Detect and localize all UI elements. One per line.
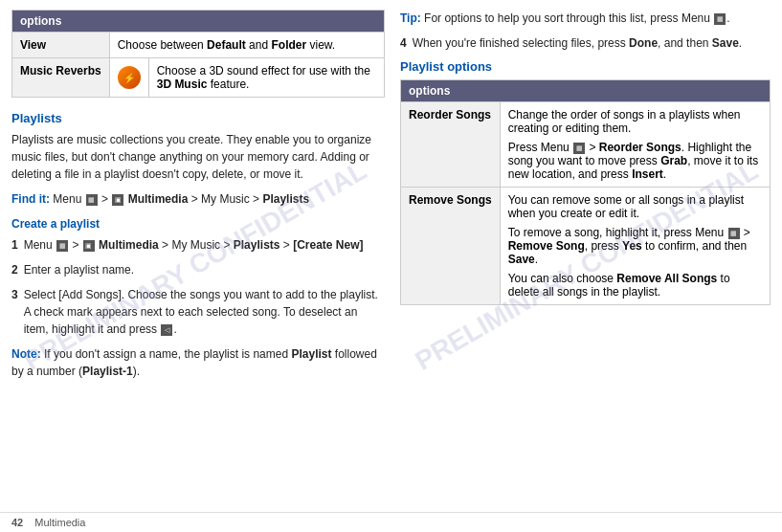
yes-bold: Yes <box>622 239 642 253</box>
done-bold: Done <box>629 36 658 50</box>
step-number: 1 <box>11 236 18 254</box>
playlist-options-table: options Reorder Songs Change the order o… <box>400 79 771 305</box>
playlist1-note-bold: Playlist-1 <box>82 365 133 378</box>
multimedia-icon-s1: ▣ <box>83 240 95 252</box>
playlists-body: Playlists are music collections you crea… <box>11 131 385 183</box>
menu-icon-s1: ▦ <box>56 240 68 252</box>
playlists-bold: Playlists <box>262 192 309 206</box>
tip-label: Tip: <box>400 11 421 25</box>
page-number: 42 <box>11 517 23 528</box>
reverbs-desc: Choose a 3D sound effect for use with th… <box>148 58 384 98</box>
step3-text: Select [Add Songs]. Choose the songs you… <box>24 286 385 338</box>
menu-icon: ▦ <box>86 194 98 206</box>
create-playlist-steps: 1 Menu ▦ > ▣ Multimedia > My Music > Pla… <box>11 236 385 338</box>
page-section: Multimedia <box>34 517 85 528</box>
playlist-options-title: Playlist options <box>400 59 771 74</box>
find-it-text: Find it: Menu ▦ > ▣ Multimedia > My Musi… <box>11 190 385 208</box>
remove-songs-desc: You can remove some or all songs in a pl… <box>500 188 770 305</box>
reorder-para1: Change the order of songs in a playlists… <box>508 108 762 135</box>
create-new-s1: [Create New] <box>293 238 363 252</box>
step-number: 2 <box>11 261 18 278</box>
options-table-top: options View Choose between Default and … <box>11 10 385 98</box>
create-playlist-title: Create a playlist <box>11 217 385 231</box>
music-reverbs-icon: ⚡ <box>118 66 141 89</box>
remove-para3: You can also choose Remove All Songs to … <box>508 272 762 299</box>
insert-bold: Insert <box>632 167 663 181</box>
list-item: 1 Menu ▦ > ▣ Multimedia > My Music > Pla… <box>11 236 385 254</box>
3dmusic-bold: 3D Music <box>157 78 208 91</box>
list-item: 2 Enter a playlist name. <box>11 261 385 278</box>
table-row: Music Reverbs ⚡ Choose a 3D sound effect… <box>12 58 385 98</box>
tip-paragraph: Tip: For options to help you sort throug… <box>400 10 771 27</box>
playlist-options-header: options <box>401 80 771 102</box>
right-column: Tip: For options to help you sort throug… <box>400 10 771 502</box>
view-desc: Choose between Default and Folder view. <box>109 33 384 58</box>
reorder-bold: Reorder Songs <box>599 141 681 154</box>
reverbs-icon-cell: ⚡ <box>109 58 148 98</box>
remove-songs-label: Remove Songs <box>401 188 501 305</box>
menu-icon-reorder: ▦ <box>573 143 585 154</box>
multimedia-icon: ▣ <box>112 194 123 206</box>
find-it-label: Find it: <box>11 192 50 206</box>
multimedia-s1: Multimedia <box>99 238 159 252</box>
multimedia-bold: Multimedia <box>128 192 189 206</box>
note-text: Note: If you don't assign a name, the pl… <box>11 345 385 380</box>
reorder-para2: Press Menu ▦ > Reorder Songs. Highlight … <box>508 141 762 181</box>
step4-number: 4 <box>400 34 407 52</box>
reorder-songs-desc: Change the order of songs in a playlists… <box>500 102 770 188</box>
step2-text: Enter a playlist name. <box>24 261 134 278</box>
remove-song-bold: Remove Song <box>508 239 585 253</box>
options-table-header: options <box>12 11 385 33</box>
step-number: 3 <box>11 286 18 338</box>
save-bold: Save <box>712 36 739 50</box>
remove-para1: You can remove some or all songs in a pl… <box>508 193 762 220</box>
back-icon-s3: ◁ <box>161 324 172 336</box>
grab-bold: Grab <box>660 154 687 167</box>
default-bold: Default <box>207 38 246 52</box>
view-label: View <box>12 33 110 58</box>
menu-icon-tip: ▦ <box>714 13 726 25</box>
left-column: options View Choose between Default and … <box>11 10 385 502</box>
list-item: 3 Select [Add Songs]. Choose the songs y… <box>11 286 385 338</box>
step4-text: When you're finished selecting files, pr… <box>413 34 743 52</box>
playlist-note-bold: Playlist <box>291 347 331 361</box>
playlists-s1: Playlists <box>234 238 280 252</box>
table-row: Remove Songs You can remove some or all … <box>401 188 771 305</box>
step4-paragraph: 4 When you're finished selecting files, … <box>400 34 771 52</box>
reverbs-label: Music Reverbs <box>12 58 110 98</box>
page-footer: 42 Multimedia <box>0 512 782 532</box>
folder-bold: Folder <box>271 38 306 52</box>
step1-text: Menu ▦ > ▣ Multimedia > My Music > Playl… <box>24 236 364 254</box>
note-label: Note: <box>11 347 41 361</box>
menu-icon-remove: ▦ <box>728 228 740 239</box>
reorder-songs-label: Reorder Songs <box>401 102 501 188</box>
remove-all-bold: Remove All Songs <box>616 272 717 285</box>
page-container: options View Choose between Default and … <box>0 0 782 512</box>
remove-para2: To remove a song, highlight it, press Me… <box>508 226 762 266</box>
playlists-title: Playlists <box>11 111 385 125</box>
table-row: Reorder Songs Change the order of songs … <box>401 102 771 188</box>
save-bold2: Save <box>508 253 535 266</box>
table-row: View Choose between Default and Folder v… <box>12 33 385 58</box>
